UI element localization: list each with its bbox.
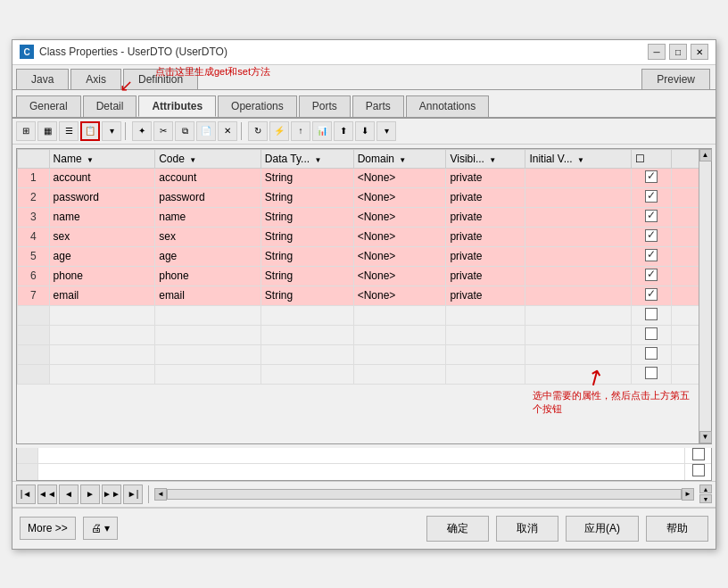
table-row[interactable] xyxy=(18,364,711,384)
table-row[interactable]: 3namenameString<None>private xyxy=(18,207,711,227)
confirm-button[interactable]: 确定 xyxy=(426,516,489,542)
export-btn[interactable]: ⬇ xyxy=(355,121,375,141)
toolbar: ⊞ ▦ ☰ 📋 ▾ ✦ ✂ ⧉ 📄 ✕ ↻ ⚡ ↑ 📊 ⬆ ⬇ ▾ xyxy=(12,119,716,145)
prev-btn[interactable]: ◄ xyxy=(59,484,79,504)
excel-export-btn[interactable]: 📊 xyxy=(312,121,332,141)
row-datatype-cell: String xyxy=(261,286,353,305)
checkbox-checked xyxy=(645,229,658,242)
import-btn[interactable]: ⬆ xyxy=(334,121,353,141)
col-header-visibility[interactable]: Visibi... ▼ xyxy=(446,149,525,168)
tab-attributes[interactable]: Attributes xyxy=(138,95,216,117)
v-scrollbar[interactable]: ▲ ▼ xyxy=(699,149,711,443)
print-button[interactable]: 🖨 ▾ xyxy=(83,517,118,540)
table-row[interactable]: 1accountaccountString<None>private xyxy=(18,168,711,187)
col-header-initial[interactable]: Initial V... ▼ xyxy=(525,149,632,168)
row-check-cell[interactable] xyxy=(632,305,671,325)
last-btn[interactable]: ►| xyxy=(123,484,143,504)
row-check-cell[interactable] xyxy=(632,344,671,364)
tab-operations[interactable]: Operations xyxy=(218,95,297,117)
v-scroll-down-btn[interactable]: ▼ xyxy=(699,494,712,503)
row-check-cell[interactable] xyxy=(632,246,671,266)
filter-btn[interactable]: ⚡ xyxy=(269,121,289,141)
first-btn[interactable]: |◄ xyxy=(16,484,36,504)
row-check-cell[interactable] xyxy=(632,364,671,384)
close-button[interactable]: ✕ xyxy=(691,44,708,60)
row-name-cell: age xyxy=(49,246,155,266)
row-visibility-cell xyxy=(446,344,525,364)
table-row[interactable]: 4sexsexString<None>private xyxy=(18,227,711,246)
tab-annotations[interactable]: Annotations xyxy=(406,95,489,117)
prev-page-btn[interactable]: ◄◄ xyxy=(37,484,57,504)
row-initial-cell xyxy=(525,364,632,384)
row-domain-cell: <None> xyxy=(353,207,446,227)
col-header-datatype[interactable]: Data Ty... ▼ xyxy=(261,149,353,168)
col-header-check[interactable]: ☐ xyxy=(632,149,671,168)
cut-btn[interactable]: ✂ xyxy=(153,121,173,141)
sort-asc-btn[interactable]: ↑ xyxy=(291,121,310,141)
tab-preview[interactable]: Preview xyxy=(641,69,710,89)
col-header-domain[interactable]: Domain ▼ xyxy=(353,149,446,168)
row-visibility-cell: private xyxy=(446,227,525,246)
scroll-right-btn[interactable]: ► xyxy=(682,488,694,501)
v-scroll-up-btn[interactable]: ▲ xyxy=(699,484,712,493)
row-check-cell[interactable] xyxy=(632,266,671,286)
sort-initial-icon: ▼ xyxy=(577,156,584,164)
add-btn[interactable]: ✦ xyxy=(132,121,152,141)
scroll-down-btn[interactable]: ▼ xyxy=(699,431,712,443)
h-scroll-area[interactable]: ◄ ► xyxy=(154,488,694,501)
row-check-cell[interactable] xyxy=(632,168,671,187)
row-initial-cell xyxy=(525,266,632,286)
cancel-button[interactable]: 取消 xyxy=(496,516,558,542)
table-row[interactable]: 2passwordpasswordString<None>private xyxy=(18,187,711,207)
maximize-button[interactable]: □ xyxy=(669,44,687,60)
row-check-cell[interactable] xyxy=(632,207,671,227)
copy-btn[interactable]: ⧉ xyxy=(175,121,194,141)
main-window: C Class Properties - UserDTO (UserDTO) ─… xyxy=(12,39,716,550)
h-scrollbar[interactable] xyxy=(167,489,682,500)
row-check-cell[interactable] xyxy=(632,286,671,305)
table-view-btn[interactable]: ▦ xyxy=(37,121,57,141)
tab-ports[interactable]: Ports xyxy=(299,95,351,117)
list-view-btn[interactable]: ☰ xyxy=(59,121,79,141)
row-check-cell[interactable] xyxy=(632,227,671,246)
tab-general[interactable]: General xyxy=(16,95,81,117)
tab-detail[interactable]: Detail xyxy=(83,95,137,117)
col-header-name[interactable]: Name ▼ xyxy=(49,149,155,168)
minimize-button[interactable]: ─ xyxy=(648,44,666,60)
delete-btn[interactable]: ✕ xyxy=(218,121,237,141)
row-initial-cell xyxy=(525,187,632,207)
dropdown-btn[interactable]: ▾ xyxy=(102,121,121,141)
more-button[interactable]: More >> xyxy=(20,517,76,540)
properties-btn[interactable]: 📋 xyxy=(80,121,100,141)
row-code-cell xyxy=(155,344,261,364)
scroll-up-btn[interactable]: ▲ xyxy=(699,149,712,161)
table-row[interactable]: 5ageageString<None>private xyxy=(18,246,711,266)
row-check-cell[interactable] xyxy=(632,187,671,207)
scroll-left-btn[interactable]: ◄ xyxy=(154,488,167,501)
refresh-btn[interactable]: ↻ xyxy=(248,121,268,141)
sort-code-icon: ▼ xyxy=(189,156,196,164)
table-row[interactable]: 7emailemailString<None>private xyxy=(18,286,711,305)
apply-button[interactable]: 应用(A) xyxy=(566,516,639,542)
table-row[interactable] xyxy=(18,305,711,325)
tab-axis[interactable]: Axis xyxy=(70,69,121,89)
table-row[interactable] xyxy=(18,325,711,344)
col-header-code[interactable]: Code ▼ xyxy=(155,149,261,168)
v-scroll-mini: ▲ ▼ xyxy=(699,484,712,503)
tab-parts[interactable]: Parts xyxy=(352,95,404,117)
next-page-btn[interactable]: ►► xyxy=(102,484,121,504)
help-button[interactable]: 帮助 xyxy=(646,516,708,542)
tab-java[interactable]: Java xyxy=(16,69,69,89)
table-row[interactable] xyxy=(18,344,711,364)
nav-buttons-bar: |◄ ◄◄ ◄ ► ►► ►| ◄ ► ▲ ▼ xyxy=(12,481,716,507)
grid-view-btn[interactable]: ⊞ xyxy=(16,121,36,141)
next-btn[interactable]: ► xyxy=(80,484,100,504)
row-name-cell xyxy=(49,305,155,325)
toolbar-dropdown2-btn[interactable]: ▾ xyxy=(376,121,396,141)
row-check-cell[interactable] xyxy=(632,325,671,344)
table-scroll[interactable]: Name ▼ Code ▼ Data Ty... ▼ Domain ▼ Visi… xyxy=(17,149,711,443)
tab-definition[interactable]: Definition xyxy=(123,69,198,89)
paste-btn[interactable]: 📄 xyxy=(196,121,216,141)
row-datatype-cell xyxy=(261,364,353,384)
table-row[interactable]: 6phonephoneString<None>private xyxy=(18,266,711,286)
